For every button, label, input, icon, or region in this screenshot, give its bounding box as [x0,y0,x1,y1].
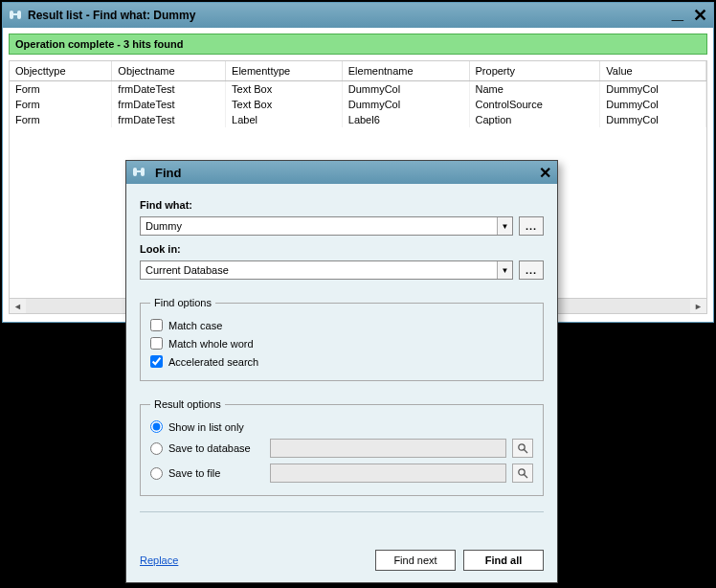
cell-objectname: frmDateTest [112,97,226,112]
col-elementname[interactable]: Elementname [342,61,469,81]
cell-objecttype: Form [10,97,112,112]
svg-rect-4 [141,168,145,176]
match-whole-word-checkbox[interactable] [150,337,163,350]
close-icon[interactable]: ✕ [539,164,551,182]
cell-elementname: Label6 [342,112,469,127]
cell-elementname: DummyCol [342,81,469,98]
find-what-combo[interactable]: Dummy ▼ [140,216,513,236]
save-to-file-input[interactable] [270,464,506,483]
svg-rect-3 [133,168,137,176]
cell-elementname: DummyCol [342,97,469,112]
match-whole-word-label[interactable]: Match whole word [168,338,254,350]
minimize-button[interactable]: _ [672,0,683,24]
cell-property: ControlSource [469,97,600,112]
cell-value: DummyCol [600,112,706,127]
look-in-browse-button[interactable]: ... [519,260,544,280]
col-property[interactable]: Property [469,61,600,81]
binoculars-icon [9,9,22,22]
cell-objecttype: Form [10,112,112,127]
separator [140,511,544,512]
find-what-browse-button[interactable]: ... [519,216,544,236]
table-row[interactable]: FormfrmDateTestText BoxDummyColControlSo… [10,97,706,112]
look-in-combo[interactable]: Current Database ▼ [140,260,513,280]
svg-point-6 [519,444,525,450]
find-options-legend: Find options [150,297,215,308]
svg-rect-5 [137,170,141,172]
svg-rect-2 [13,13,17,15]
status-bar: Operation complete - 3 hits found [9,34,707,55]
result-title: Result list - Find what: Dummy [28,9,672,22]
svg-line-7 [525,450,528,454]
result-options-group: Result options Show in list only Save to… [140,398,544,496]
svg-rect-0 [10,11,13,19]
svg-point-8 [519,469,525,475]
cell-objectname: frmDateTest [112,81,226,98]
col-elementtype[interactable]: Elementtype [226,61,343,81]
save-to-file-label[interactable]: Save to file [168,467,264,479]
binoculars-icon [132,166,145,179]
cell-property: Name [469,81,600,98]
col-value[interactable]: Value [600,61,706,81]
file-browse-button[interactable] [512,464,533,483]
show-in-list-radio[interactable] [150,420,163,433]
scroll-left-arrow[interactable]: ◄ [10,299,26,313]
accelerated-search-checkbox[interactable] [150,355,163,368]
results-table: Objecttype Objectname Elementtype Elemen… [10,61,706,127]
find-next-button[interactable]: Find next [375,550,456,571]
magnifier-icon [517,442,528,454]
cell-elementtype: Text Box [226,97,343,112]
col-objectname[interactable]: Objectname [112,61,226,81]
match-case-label[interactable]: Match case [168,320,222,331]
table-row[interactable]: FormfrmDateTestLabelLabel6CaptionDummyCo… [10,112,706,127]
cell-objectname: frmDateTest [112,112,226,127]
cell-elementtype: Label [226,112,343,127]
close-button[interactable]: ✕ [693,5,707,26]
match-case-checkbox[interactable] [150,319,163,331]
save-to-database-label[interactable]: Save to database [168,442,264,454]
chevron-down-icon[interactable]: ▼ [497,261,512,279]
save-to-database-radio[interactable] [150,442,163,455]
table-row[interactable]: FormfrmDateTestText BoxDummyColNameDummy… [10,81,706,98]
svg-rect-1 [17,11,21,19]
accelerated-search-label[interactable]: Accelerated search [168,356,258,368]
scroll-right-arrow[interactable]: ► [690,299,706,313]
find-title: Find [155,166,181,180]
find-what-label: Find what: [140,199,544,211]
replace-link[interactable]: Replace [140,554,178,566]
cell-property: Caption [469,112,600,127]
find-dialog: Find ✕ Find what: Dummy ▼ ... Look in: C… [125,160,558,583]
look-in-label: Look in: [140,243,544,255]
table-header-row: Objecttype Objectname Elementtype Elemen… [10,61,706,81]
database-browse-button[interactable] [512,439,533,458]
find-titlebar: Find ✕ [126,161,557,184]
cell-objecttype: Form [10,81,112,98]
result-options-legend: Result options [150,398,225,410]
find-what-value[interactable]: Dummy [141,217,497,235]
show-in-list-label[interactable]: Show in list only [168,421,244,433]
cell-value: DummyCol [600,97,706,112]
col-objecttype[interactable]: Objecttype [10,61,112,81]
magnifier-icon [517,467,528,479]
chevron-down-icon[interactable]: ▼ [497,217,512,235]
save-to-database-input[interactable] [270,439,506,458]
cell-elementtype: Text Box [226,81,343,98]
find-options-group: Find options Match case Match whole word… [140,297,544,381]
cell-value: DummyCol [600,81,706,98]
find-all-button[interactable]: Find all [463,550,544,571]
result-titlebar: Result list - Find what: Dummy _ ✕ [3,3,713,28]
look-in-value[interactable]: Current Database [141,261,497,279]
svg-line-9 [525,475,528,479]
save-to-file-radio[interactable] [150,467,163,480]
